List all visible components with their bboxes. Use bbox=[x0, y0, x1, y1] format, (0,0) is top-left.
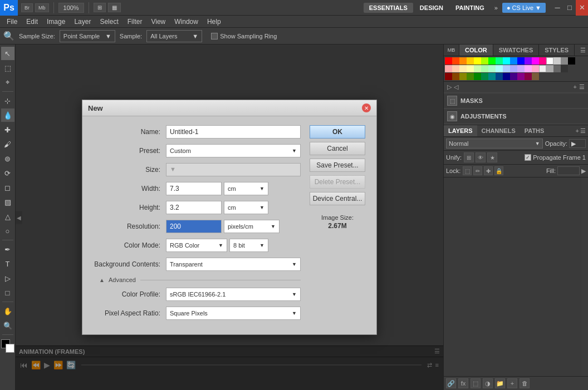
cs-live-btn[interactable]: ● CS Live ▼ bbox=[502, 3, 546, 13]
maximize-btn[interactable]: □ bbox=[564, 0, 576, 16]
swatch[interactable] bbox=[474, 73, 481, 80]
swatch[interactable] bbox=[445, 57, 452, 65]
tab-channels[interactable]: CHANNELS bbox=[477, 125, 520, 136]
delete-preset-button[interactable]: Delete Preset... bbox=[310, 175, 365, 189]
fill-arrow-btn[interactable]: ▶ bbox=[581, 167, 586, 175]
mb-icon[interactable]: Mb bbox=[35, 3, 49, 12]
background-color[interactable] bbox=[6, 344, 14, 353]
swatch[interactable] bbox=[503, 73, 510, 80]
unify-position-icon[interactable]: ⊞ bbox=[464, 152, 474, 162]
swatch[interactable] bbox=[517, 73, 525, 80]
tab-color[interactable]: COLOR bbox=[459, 45, 493, 56]
view-icon[interactable]: ▦ bbox=[108, 3, 121, 12]
save-preset-button[interactable]: Save Preset... bbox=[310, 159, 365, 172]
layer-new-btn[interactable]: + bbox=[507, 378, 517, 388]
swatch[interactable] bbox=[459, 65, 467, 72]
swatch[interactable] bbox=[488, 65, 496, 72]
tool-eraser[interactable]: ◻ bbox=[1, 181, 14, 194]
swatch[interactable] bbox=[467, 73, 474, 80]
tool-pen[interactable]: ✒ bbox=[1, 243, 14, 256]
resolution-unit-select[interactable]: pixels/cm ▼ bbox=[224, 220, 280, 233]
painting-btn[interactable]: PAINTING bbox=[450, 3, 490, 13]
menu-file[interactable]: File bbox=[2, 17, 22, 27]
pixel-aspect-select[interactable]: Square Pixels ▼ bbox=[166, 307, 301, 320]
color-panel-menu-icon[interactable]: ☰ bbox=[580, 47, 586, 54]
blend-mode-select[interactable]: Normal ▼ bbox=[446, 139, 543, 149]
tool-text[interactable]: T bbox=[1, 257, 14, 270]
tab-layers[interactable]: LAYERS bbox=[444, 125, 477, 136]
design-btn[interactable]: DESIGN bbox=[414, 3, 449, 13]
swatch[interactable] bbox=[525, 73, 532, 80]
swatch[interactable] bbox=[481, 65, 488, 72]
swatch[interactable] bbox=[503, 65, 510, 72]
br-icon[interactable]: Br bbox=[21, 3, 33, 12]
swatch[interactable] bbox=[474, 57, 481, 65]
swatch[interactable] bbox=[445, 65, 452, 72]
lock-position-icon[interactable]: ✏ bbox=[473, 166, 482, 175]
tool-shape[interactable]: □ bbox=[1, 286, 14, 299]
swatch[interactable] bbox=[525, 57, 532, 65]
collapse-icon[interactable]: ◁ bbox=[454, 83, 458, 91]
resolution-input[interactable] bbox=[166, 220, 222, 233]
color-mode-select[interactable]: RGB Color ▼ bbox=[166, 239, 227, 252]
lock-all-icon[interactable]: ✚ bbox=[484, 166, 493, 175]
sample-select[interactable]: All Layers ▼ bbox=[146, 30, 202, 42]
more-workspaces-btn[interactable]: » bbox=[491, 3, 501, 13]
swatch[interactable] bbox=[532, 57, 539, 65]
swatch[interactable] bbox=[517, 65, 525, 72]
swatch[interactable] bbox=[452, 73, 459, 80]
tab-styles[interactable]: STYLES bbox=[539, 45, 575, 56]
fill-input[interactable] bbox=[557, 166, 580, 175]
preset-select[interactable]: Custom ▼ bbox=[166, 144, 301, 157]
swatch[interactable] bbox=[517, 57, 525, 65]
height-unit-select[interactable]: cm ▼ bbox=[224, 201, 268, 214]
sample-size-select[interactable]: Point Sample ▼ bbox=[60, 30, 115, 42]
swatch[interactable] bbox=[546, 65, 553, 72]
swatch[interactable] bbox=[553, 65, 561, 72]
device-central-button[interactable]: Device Central... bbox=[310, 192, 365, 205]
tool-dodge[interactable]: ○ bbox=[1, 224, 14, 238]
name-input[interactable] bbox=[166, 125, 301, 139]
menu-window[interactable]: Window bbox=[170, 17, 203, 27]
menu-view[interactable]: View bbox=[146, 17, 170, 27]
layers-scrollbar[interactable] bbox=[581, 177, 588, 376]
swatch[interactable] bbox=[481, 57, 488, 65]
swatch[interactable] bbox=[496, 57, 503, 65]
swatch[interactable] bbox=[459, 57, 467, 65]
tool-blur[interactable]: △ bbox=[1, 210, 14, 223]
tool-hand[interactable]: ✋ bbox=[1, 304, 14, 318]
show-sampling-checkbox[interactable] bbox=[211, 33, 218, 40]
close-btn[interactable]: ✕ bbox=[576, 0, 588, 16]
tool-history[interactable]: ⟳ bbox=[1, 166, 14, 180]
swatch[interactable] bbox=[488, 57, 496, 65]
adjustments-row[interactable]: ◉ ADJUSTMENTS bbox=[444, 109, 588, 124]
tool-selection[interactable]: ⬚ bbox=[1, 61, 14, 75]
layer-link-btn[interactable]: 🔗 bbox=[446, 378, 456, 388]
swatch[interactable] bbox=[467, 57, 474, 65]
swatch[interactable] bbox=[474, 65, 481, 72]
tool-stamp[interactable]: ⊚ bbox=[1, 152, 14, 165]
layer-group-btn[interactable]: 📁 bbox=[495, 378, 505, 388]
bg-contents-select[interactable]: Transparent ▼ bbox=[166, 258, 301, 271]
swatch[interactable] bbox=[488, 73, 496, 80]
swatch[interactable] bbox=[539, 65, 546, 72]
tab-swatches[interactable]: SWATCHES bbox=[493, 45, 540, 56]
tool-eyedropper[interactable]: 💧 bbox=[1, 108, 14, 122]
swatch[interactable] bbox=[510, 73, 517, 80]
swatch[interactable] bbox=[561, 65, 568, 72]
swatch[interactable] bbox=[452, 65, 459, 72]
unify-style-icon[interactable]: ★ bbox=[487, 152, 497, 162]
swatch[interactable] bbox=[481, 73, 488, 80]
advanced-toggle[interactable]: ▲ Advanced bbox=[99, 277, 136, 283]
menu-select[interactable]: Select bbox=[95, 17, 122, 27]
height-input[interactable] bbox=[166, 201, 222, 214]
masks-expand-btn[interactable]: + bbox=[574, 83, 577, 91]
swatch[interactable] bbox=[452, 57, 459, 65]
swatch[interactable] bbox=[510, 65, 517, 72]
layers-menu-btn[interactable]: ☰ bbox=[580, 127, 586, 135]
tool-gradient[interactable]: ▨ bbox=[1, 195, 14, 209]
width-input[interactable] bbox=[166, 182, 222, 195]
layer-delete-btn[interactable]: 🗑 bbox=[520, 378, 530, 388]
masks-menu-btn[interactable]: ☰ bbox=[579, 83, 585, 91]
tool-brush[interactable]: 🖌 bbox=[1, 137, 14, 151]
